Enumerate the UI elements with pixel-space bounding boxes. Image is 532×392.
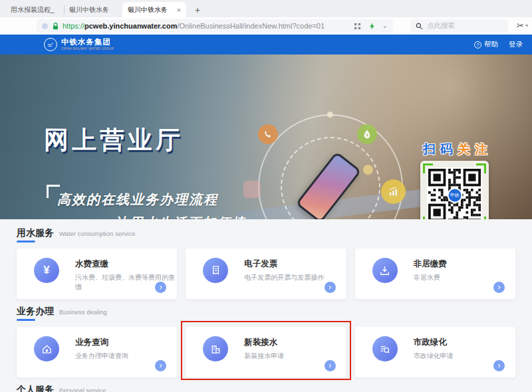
logo-text-block: 中铁水务集团 CHINA RAILWAY WATER GROUP xyxy=(61,39,114,50)
logo-title: 中铁水务集团 xyxy=(61,39,114,47)
new-tab-button[interactable]: + xyxy=(190,3,205,17)
hero-banner: 网上营业厅 高效的在线业务办理流程 让用水生活更加便捷 扫码关注 中铁 银川中铁… xyxy=(0,54,532,219)
arrow-icon[interactable]: › xyxy=(155,360,166,371)
tab-label: 用水报装流程_ xyxy=(11,5,59,15)
section-title: 用水服务 xyxy=(17,227,54,243)
url-text: https://pcweb.yinchuanwater.com/OnlineBu… xyxy=(63,22,348,30)
screenshot-scissors-button[interactable]: ✂ ▾ xyxy=(517,21,528,31)
help-icon: ? xyxy=(474,41,481,49)
url-input[interactable]: https://pcweb.yinchuanwater.com/OnlineBu… xyxy=(37,19,393,33)
scissors-icon: ✂ xyxy=(517,21,524,31)
login-button[interactable]: 登录 xyxy=(509,40,523,49)
tab-bar: 用水报装流程_ 银川中铁水务 银川中铁水务 × + xyxy=(0,0,532,17)
decor-dot xyxy=(327,112,333,118)
water-service-cards: ¥ 水费查缴 污水费、垃圾费、水费等费用的查缴 › 电子发票 电子发票的开票与发… xyxy=(17,248,515,299)
qr-center-logo: 中铁 xyxy=(447,187,462,203)
section-water-service-heading: 用水服务 Water consumption service xyxy=(17,227,515,243)
qr-corner-icon xyxy=(476,163,486,173)
card-desc: 新装接水申请 xyxy=(244,351,284,361)
search-input[interactable]: 点此搜索 xyxy=(411,19,508,33)
hero-title: 网上营业厅 xyxy=(44,124,184,157)
company-logo-icon xyxy=(44,38,57,51)
water-drop-icon xyxy=(357,124,377,144)
card-water-fee-query[interactable]: ¥ 水费查缴 污水费、垃圾费、水费等费用的查缴 › xyxy=(17,248,177,299)
card-e-invoice[interactable]: 电子发票 电子发票的开票与发票操作 › xyxy=(186,248,346,299)
section-title: 业务办理 xyxy=(17,306,54,321)
qr-scan-label: 扫码关注 xyxy=(423,141,492,158)
chevron-down-icon[interactable]: ⌄ xyxy=(382,23,388,29)
site-header: 中铁水务集团 CHINA RAILWAY WATER GROUP ? 帮助 登录 xyxy=(0,35,532,54)
invoice-icon xyxy=(203,258,228,283)
url-path: /OnlineBusinessHall/indexNew.html?code=0… xyxy=(177,22,325,30)
search-icon xyxy=(416,23,423,30)
arrow-icon[interactable]: › xyxy=(325,360,336,371)
header-actions: ? 帮助 登录 xyxy=(474,40,523,49)
card-nonresident-payment[interactable]: 非居缴费 非居水费 › xyxy=(355,248,515,299)
card-title: 业务查询 xyxy=(75,337,108,348)
card-new-water-connection[interactable]: 新装接水 新装接水申请 › xyxy=(186,327,346,377)
arrow-icon[interactable]: › xyxy=(493,360,505,371)
url-bar-actions: ⌄ xyxy=(353,22,388,31)
home-drop-icon xyxy=(34,336,59,361)
yuan-icon: ¥ xyxy=(34,258,59,283)
search-list-icon xyxy=(372,336,398,361)
card-title: 非居缴费 xyxy=(414,258,447,270)
phone-icon xyxy=(258,124,278,144)
caret-icon: ▾ xyxy=(525,23,528,29)
card-desc: 市政绿化申请 xyxy=(414,351,454,361)
section-business-heading: 业务办理 Business dealing xyxy=(17,306,515,321)
help-label: 帮助 xyxy=(484,40,498,49)
tab-water-install-flow[interactable]: 用水报装流程_ xyxy=(5,2,64,17)
business-cards: 业务查询 业务办理申请查询 › 新装接水 新装接水申请 › 市政绿化 市政绿化申… xyxy=(17,327,515,377)
arrow-icon[interactable]: › xyxy=(325,282,336,293)
search-placeholder: 点此搜索 xyxy=(427,21,455,31)
tab-label: 银川中铁水务 xyxy=(69,5,117,15)
section-subtitle: Business dealing xyxy=(59,308,107,316)
section-title: 个人服务 xyxy=(17,384,54,392)
qr-code: 中铁 xyxy=(427,167,482,219)
card-title: 水费查缴 xyxy=(75,258,108,270)
card-desc: 电子发票的开票与发票操作 xyxy=(244,273,324,282)
speed-bolt-icon[interactable] xyxy=(368,22,376,31)
hero-subtitle-line2: 让用水生活更加便捷 xyxy=(114,214,246,219)
card-municipal-greening[interactable]: 市政绿化 市政绿化申请 › xyxy=(355,327,515,377)
card-title: 新装接水 xyxy=(244,337,277,348)
decor-dot xyxy=(363,165,373,175)
tab-label: 银川中铁水务 xyxy=(128,5,174,15)
card-title: 市政绿化 xyxy=(414,337,447,348)
qr-scan-icon[interactable] xyxy=(353,22,362,31)
hero-subtitle-line1: 高效的在线业务办理流程 xyxy=(57,191,218,209)
url-scheme: https:// xyxy=(63,22,84,30)
section-personal-heading: 个人服务 Personal service xyxy=(17,384,515,392)
service-content: 用水服务 Water consumption service ¥ 水费查缴 污水… xyxy=(0,219,532,392)
qr-corner-icon xyxy=(423,163,433,173)
card-title: 电子发票 xyxy=(244,258,277,270)
card-desc: 业务办理申请查询 xyxy=(75,351,128,361)
qr-code-panel: 中铁 xyxy=(420,161,489,219)
favicon-icon xyxy=(42,23,48,29)
logo-subtitle: CHINA RAILWAY WATER GROUP xyxy=(61,48,114,51)
tray-download-icon xyxy=(372,258,398,283)
tab-yinchuan-water-active[interactable]: 银川中铁水务 × xyxy=(122,2,186,17)
browser-window: 用水报装流程_ 银川中铁水务 银川中铁水务 × + ‹ https://pcwe… xyxy=(0,0,532,392)
card-desc: 非居水费 xyxy=(414,273,440,282)
arrow-icon[interactable]: › xyxy=(493,282,505,293)
decor-doc-chip xyxy=(243,181,261,198)
lock-icon xyxy=(52,22,59,31)
section-subtitle: Water consumption service xyxy=(59,230,135,237)
follow-word: 关注 xyxy=(458,142,492,156)
login-label: 登录 xyxy=(509,40,523,49)
url-host: pcweb.yinchuanwater.com xyxy=(84,22,177,30)
card-business-query[interactable]: 业务查询 业务办理申请查询 › xyxy=(17,327,177,377)
building-icon xyxy=(203,336,228,361)
scan-word: 扫码 xyxy=(423,142,458,156)
section-subtitle: Personal service xyxy=(59,387,106,392)
help-button[interactable]: ? 帮助 xyxy=(474,40,498,49)
tab-yinchuan-water-1[interactable]: 银川中铁水务 xyxy=(64,2,122,17)
tab-close-icon[interactable]: × xyxy=(177,6,181,14)
chart-icon xyxy=(381,179,406,204)
address-bar-row: ‹ https://pcweb.yinchuanwater.com/Online… xyxy=(0,17,532,35)
